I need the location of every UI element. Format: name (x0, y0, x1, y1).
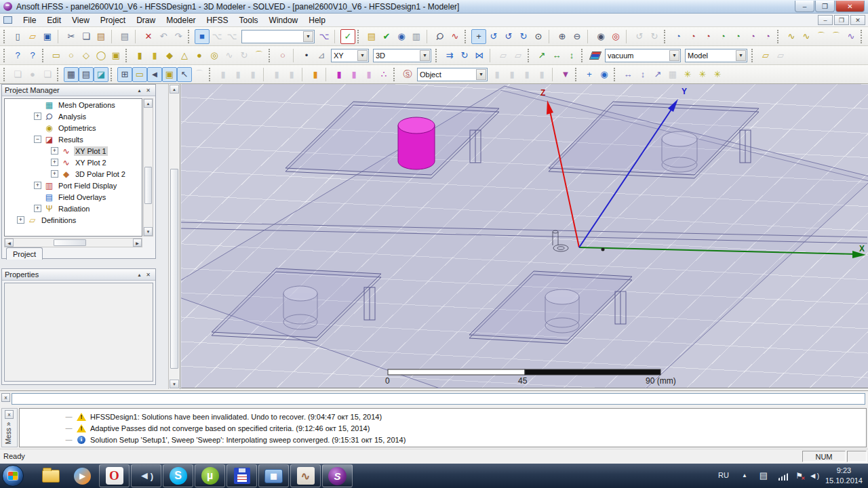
snapshot-button[interactable]: ▦ (665, 67, 680, 82)
arc-3pt-button[interactable]: ⌒ (829, 29, 844, 44)
save-button[interactable]: ▣ (40, 29, 55, 44)
sel-cyl3-button[interactable]: ▮ (519, 67, 534, 82)
drawing-plane-select[interactable]: XY▼ (331, 49, 369, 62)
tree-horizontal-scrollbar[interactable]: ◀ ▶ (4, 238, 142, 247)
panel-close-icon[interactable]: ✕ (144, 270, 153, 279)
pink-cyl1-button[interactable]: ▮ (347, 67, 361, 82)
history-cyl5-button[interactable]: ▮ (284, 67, 299, 82)
print-button[interactable]: ▤ (117, 29, 132, 44)
unite-button[interactable]: + (582, 67, 597, 82)
tree-item-label[interactable]: Definitions (40, 216, 77, 225)
redo-button[interactable]: ↷ (171, 29, 186, 44)
highlight-cyl-button[interactable]: ▮ (308, 67, 323, 82)
taskbar-app-explorer[interactable] (35, 464, 66, 487)
duplicate-line-button[interactable]: ⇉ (442, 48, 457, 63)
flag-alert-icon[interactable]: ⚑ (795, 471, 803, 481)
shading-toggle-button[interactable]: ◪ (94, 67, 108, 82)
chevron-down-icon[interactable]: ▼ (357, 50, 368, 61)
taskbar-app-utorrent[interactable]: µ (195, 464, 225, 487)
panel-collapse-icon[interactable]: ▴ (135, 270, 144, 279)
command-bar-close-icon[interactable]: x (1, 393, 10, 402)
chevron-down-icon[interactable]: ▼ (476, 69, 486, 80)
volume-icon[interactable]: ◄ (809, 471, 819, 481)
filter-button[interactable]: ▼ (558, 67, 573, 82)
chevron-down-icon[interactable]: ▼ (669, 50, 679, 61)
submit-job-button[interactable]: ◉ (394, 29, 409, 44)
restore-button[interactable]: ❐ (815, 1, 835, 12)
tree-expander-icon[interactable]: + (34, 205, 41, 212)
taskbar-app-opera[interactable]: O (99, 464, 130, 487)
select-pointer-button[interactable]: ↖ (177, 67, 192, 82)
tree-item-xy-plot-1[interactable]: +∿XY Plot 1 (5, 145, 142, 157)
delete-button[interactable]: ✕ (141, 29, 156, 44)
tree-expander-icon[interactable]: + (51, 170, 58, 178)
draw-sphere-button[interactable]: ● (192, 48, 207, 63)
start-button[interactable] (2, 465, 24, 487)
tree-item-port-field-display[interactable]: +▥Port Field Display (5, 180, 142, 191)
message-panel-tab[interactable]: x Mess » (1, 408, 18, 447)
sphere-select-button[interactable]: Ⓢ (400, 67, 415, 82)
show-terminal-button[interactable]: ⌥ (224, 29, 239, 44)
tree-item-label[interactable]: Results (57, 135, 85, 144)
close-button[interactable]: ✕ (835, 1, 865, 12)
move-button[interactable]: ↗ (534, 48, 549, 63)
tree-item-label[interactable]: Optimetrics (57, 123, 98, 133)
draw-ellipse-button[interactable]: ◯ (94, 48, 108, 63)
analyze-all-button[interactable]: ▥ (409, 29, 424, 44)
intersect-button[interactable]: ◉ (597, 67, 612, 82)
validate-button[interactable]: ✓ (340, 29, 355, 44)
tree-expander-icon[interactable]: + (34, 113, 41, 120)
zoom-in-button[interactable]: ⊕ (555, 29, 570, 44)
tree-expander-icon[interactable]: + (17, 216, 24, 224)
tree-item-optimetrics[interactable]: ◉Optimetrics (5, 122, 142, 134)
selected-cylinder[interactable] (398, 117, 435, 169)
menu-hfss[interactable]: HFSS (201, 14, 234, 26)
tree-vertical-scrollbar[interactable]: ▲ ▼ (143, 98, 153, 237)
menu-view[interactable]: View (66, 14, 95, 26)
mirror-button[interactable]: ⋈ (472, 48, 487, 63)
draw-arc-button[interactable]: ○ (275, 48, 290, 63)
rotate-screen-button[interactable]: ↻ (516, 29, 531, 44)
draw-circle-button[interactable]: ○ (64, 48, 79, 63)
tree-item-label[interactable]: Radiation (57, 204, 91, 214)
taskbar-app-squiggle-app[interactable]: ∿ (290, 464, 321, 487)
taskbar-app-media-player[interactable]: ▶ (67, 464, 98, 487)
minimize-button[interactable]: – (795, 1, 814, 12)
tree-expander-icon[interactable]: + (51, 147, 58, 155)
rotate-about-button[interactable]: ⊙ (531, 29, 546, 44)
select-rect-button[interactable]: ▭ (132, 67, 147, 82)
sel-cyl1-button[interactable]: ▮ (490, 67, 505, 82)
open-folder-button[interactable]: ▱ (773, 48, 788, 63)
zoom-fit-button[interactable]: ◎ (608, 29, 623, 44)
menu-draw[interactable]: Draw (131, 14, 161, 26)
context-help-button[interactable]: ? (10, 48, 25, 63)
zoom-out-button[interactable]: ⊖ (570, 29, 585, 44)
measure-x-button[interactable]: ↔ (620, 67, 635, 82)
clock[interactable]: 9:23 15.10.2014 (825, 466, 863, 486)
menu-tools[interactable]: Tools (234, 14, 264, 26)
resume-queue-button[interactable]: ◔ (730, 29, 745, 44)
rotate-axis-button[interactable]: ↺ (501, 29, 516, 44)
message-panel-close-icon[interactable]: x (5, 410, 14, 419)
open-button[interactable]: ▱ (25, 29, 40, 44)
ruler-toggle-button[interactable]: ▤ (79, 67, 94, 82)
tree-item-label[interactable]: Port Field Display (57, 181, 118, 190)
draw-torus-button[interactable]: ◎ (207, 48, 222, 63)
solve-setup-button[interactable]: ◔ (671, 29, 686, 44)
view-undo-button[interactable]: ↺ (632, 29, 647, 44)
network-signal-icon[interactable] (778, 473, 788, 481)
taskbar-app-floppy-app[interactable] (226, 464, 257, 487)
draw-point-button[interactable]: • (299, 48, 314, 63)
tree-item-field-overlays[interactable]: ▤Field Overlays (5, 191, 142, 203)
queue-solve-button[interactable]: ◔ (745, 29, 760, 44)
resume-solve-button[interactable]: ◔ (715, 29, 730, 44)
sel-cyl2-button[interactable]: ▮ (505, 67, 519, 82)
draw-cylinder-button[interactable]: ▮ (147, 48, 162, 63)
draw-polyhedron-button[interactable]: ◆ (162, 48, 177, 63)
draw-plane-button[interactable]: ⊿ (314, 48, 329, 63)
measure-y-button[interactable]: ↕ (635, 67, 650, 82)
tree-item-label[interactable]: 3D Polar Plot 2 (74, 169, 127, 179)
arc-center-button[interactable]: ⌒ (814, 29, 829, 44)
project-tab[interactable]: Project (6, 247, 43, 260)
tree-item-radiation[interactable]: +ΨRadiation (5, 203, 142, 214)
